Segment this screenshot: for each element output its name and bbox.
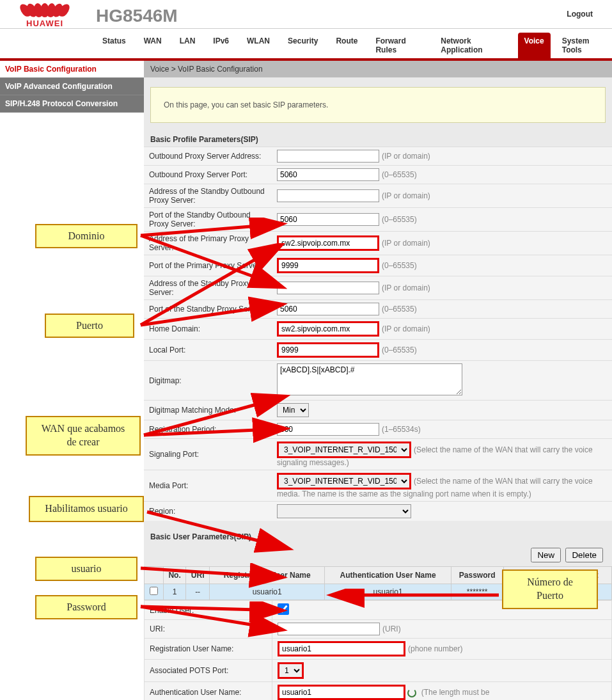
local-port-hint: (0–65535) xyxy=(382,346,417,354)
primary-port-label: Port of the Primary Proxy Server: xyxy=(144,255,272,276)
user-row-reg[interactable]: usuario1 xyxy=(210,584,325,600)
home-domain-hint: (IP or domain) xyxy=(382,324,430,333)
pots-port-label: Associated POTS Port: xyxy=(145,660,272,682)
annotation-dominio: Dominio xyxy=(35,224,137,248)
uri-input[interactable] xyxy=(278,623,380,635)
uri-label: URI: xyxy=(145,620,272,639)
nav-bar: Status WAN LAN IPv6 WLAN Security Route … xyxy=(0,28,612,61)
annotation-numero-puerto: Número de Puerto xyxy=(502,569,598,609)
outbound-port-label: Outbound Proxy Server Port: xyxy=(144,166,272,184)
annotation-wan: WAN que acabamos de crear xyxy=(26,416,141,456)
media-port-label: Media Port: xyxy=(144,470,272,502)
nav-security[interactable]: Security xyxy=(281,33,324,58)
standby-outbound-addr-hint: (IP or domain) xyxy=(382,191,430,200)
annotation-usuario: usuario xyxy=(35,557,137,581)
digitmap-mode-label: Digitmap Matching Mode: xyxy=(144,401,272,420)
outbound-port-input[interactable] xyxy=(277,168,379,181)
auth-user-hint: (The length must be xyxy=(421,688,490,697)
enable-user-checkbox[interactable] xyxy=(278,603,289,615)
sidebar-sip-h248[interactable]: SIP/H.248 Protocol Conversion xyxy=(0,95,144,113)
nav-wlan[interactable]: WLAN xyxy=(240,33,276,58)
section-basic-profile: Basic Profile Parameters(SIP) xyxy=(144,132,612,147)
th-no: No. xyxy=(164,567,186,584)
delete-button[interactable]: Delete xyxy=(565,548,603,562)
user-row-no[interactable]: 1 xyxy=(164,584,186,600)
info-box: On this page, you can set basic SIP para… xyxy=(150,87,606,123)
th-checkbox xyxy=(145,567,164,584)
standby-port-input[interactable] xyxy=(277,303,379,315)
standby-outbound-addr-input[interactable] xyxy=(277,189,379,202)
outbound-addr-label: Outbound Proxy Server Address: xyxy=(144,147,272,166)
outbound-addr-hint: (IP or domain) xyxy=(382,152,430,161)
th-auth: Authentication User Name xyxy=(325,567,451,584)
app-header: HUAWEI HG8546M Logout xyxy=(0,0,612,28)
auth-user-label: Authentication User Name: xyxy=(145,682,272,701)
th-pwd: Password xyxy=(451,567,503,584)
user-row-checkbox[interactable] xyxy=(150,587,158,595)
profile-form: Outbound Proxy Server Address: (IP or do… xyxy=(144,147,612,521)
standby-outbound-port-hint: (0–65535) xyxy=(382,215,417,224)
reg-period-label: Registration Period: xyxy=(144,420,272,439)
home-domain-label: Home Domain: xyxy=(144,319,272,340)
annotation-puerto: Puerto xyxy=(45,314,134,338)
user-row-pwd[interactable]: ******* xyxy=(451,584,503,600)
standby-outbound-addr-label: Address of the Standby Outbound Proxy Se… xyxy=(144,184,272,208)
standby-addr-label: Address of the Standby Proxy Server: xyxy=(144,276,272,300)
model-title: HG8546M xyxy=(96,6,178,26)
logout-link[interactable]: Logout xyxy=(567,10,593,19)
sidebar-voip-basic[interactable]: VoIP Basic Configuration xyxy=(0,61,144,78)
reg-user-input[interactable] xyxy=(278,641,405,656)
annotation-habilitamos: Habilitamos usuario xyxy=(29,496,144,522)
local-port-label: Local Port: xyxy=(144,340,272,361)
user-detail-form: Enable User: URI: (URI) Registration Use… xyxy=(144,600,612,700)
user-row-auth[interactable]: usuario1 xyxy=(325,584,451,600)
nav-forward[interactable]: Forward Rules xyxy=(369,33,429,58)
primary-addr-hint: (IP or domain) xyxy=(382,239,430,248)
uri-hint: (URI) xyxy=(382,624,401,633)
user-row-uri[interactable]: -- xyxy=(186,584,210,600)
standby-port-label: Port of the Standby Proxy Server: xyxy=(144,300,272,319)
reg-period-input[interactable] xyxy=(277,423,379,436)
signaling-port-select[interactable]: 3_VOIP_INTERNET_R_VID_1503 xyxy=(277,441,411,458)
standby-outbound-port-label: Port of the Standby Outbound Proxy Serve… xyxy=(144,208,272,232)
brand-text: HUAWEI xyxy=(13,19,77,28)
local-port-input[interactable] xyxy=(277,342,379,358)
standby-addr-input[interactable] xyxy=(277,282,379,294)
huawei-logo: HUAWEI xyxy=(13,3,77,28)
standby-port-hint: (0–65535) xyxy=(382,305,417,314)
nav-route[interactable]: Route xyxy=(329,33,364,58)
nav-lan[interactable]: LAN xyxy=(173,33,202,58)
new-button[interactable]: New xyxy=(531,548,561,562)
region-label: Region: xyxy=(144,502,272,521)
sidebar-voip-advanced[interactable]: VoIP Advanced Configuration xyxy=(0,78,144,95)
outbound-addr-input[interactable] xyxy=(277,150,379,163)
primary-port-input[interactable] xyxy=(277,258,379,273)
nav-status[interactable]: Status xyxy=(96,33,132,58)
auth-user-input[interactable] xyxy=(278,685,405,700)
digitmap-mode-select[interactable]: Min xyxy=(277,403,309,417)
nav-voice[interactable]: Voice xyxy=(518,33,551,58)
nav-netapp[interactable]: Network Application xyxy=(434,33,512,58)
section-basic-user: Basic User Parameters(SIP) xyxy=(144,530,612,544)
signaling-port-label: Signaling Port: xyxy=(144,439,272,470)
nav-systools[interactable]: System Tools xyxy=(556,33,612,58)
home-domain-input[interactable] xyxy=(277,321,379,337)
region-select[interactable] xyxy=(277,504,411,518)
annotation-password: Password xyxy=(35,595,137,619)
media-port-select[interactable]: 3_VOIP_INTERNET_R_VID_1503 xyxy=(277,473,411,489)
digitmap-textarea[interactable]: [xABCD].S|[xABCD].# xyxy=(277,363,462,395)
reg-period-hint: (1–65534s) xyxy=(382,425,421,434)
standby-outbound-port-input[interactable] xyxy=(277,213,379,226)
primary-addr-input[interactable] xyxy=(277,235,379,251)
primary-port-hint: (0–65535) xyxy=(382,261,417,270)
nav-ipv6[interactable]: IPv6 xyxy=(207,33,235,58)
pots-port-select[interactable]: 1 xyxy=(278,662,304,679)
outbound-port-hint: (0–65535) xyxy=(382,170,417,179)
digitmap-label: Digitmap: xyxy=(144,361,272,401)
primary-addr-label: Address of the Primary Proxy Server: xyxy=(144,232,272,255)
nav-wan[interactable]: WAN xyxy=(137,33,168,58)
refresh-icon[interactable] xyxy=(407,688,416,697)
standby-addr-hint: (IP or domain) xyxy=(382,283,430,292)
th-reg: Registration User Name xyxy=(210,567,325,584)
enable-user-label: Enable User: xyxy=(145,601,272,620)
